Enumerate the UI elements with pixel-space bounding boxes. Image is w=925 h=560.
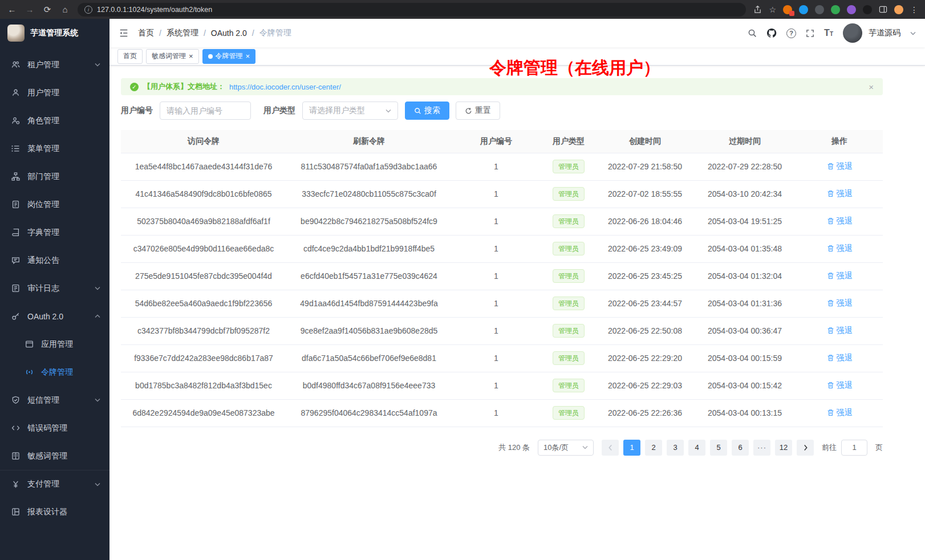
site-info-icon[interactable]: i [84,6,92,14]
page-button-4[interactable]: 4 [688,440,705,456]
breadcrumb-home[interactable]: 首页 [138,28,154,38]
user-type-badge: 管理员 [553,351,585,365]
sidebar-item-error-code[interactable]: 错误码管理 [0,414,109,442]
force-logout-link[interactable]: 强退 [827,271,853,281]
extension-icon[interactable] [783,5,792,14]
reset-button[interactable]: 重置 [456,102,500,120]
goto-page-input[interactable] [841,440,867,456]
side-panel-icon[interactable] [879,5,887,14]
sidebar-item-oauth2-app[interactable]: 应用管理 [0,330,109,358]
breadcrumb-system[interactable]: 系统管理 [167,28,198,38]
help-icon[interactable]: ? [786,29,796,38]
user-name[interactable]: 芋道源码 [869,28,900,38]
tab-close-icon[interactable]: × [189,52,193,60]
sidebar-item-dept[interactable]: 部门管理 [0,163,109,190]
reset-button-label: 重置 [475,105,491,116]
access-token-cell: 6d842e2924594de9a09e45e087323abe [121,399,286,427]
browser-refresh-button[interactable]: ⟳ [42,5,52,15]
access-token-cell: 275e5de9151045fe87cbdc395e004f4d [121,262,286,290]
tab-sensitive-word[interactable]: 敏感词管理× [146,49,199,64]
user-id-input[interactable] [160,102,251,120]
force-logout-link[interactable]: 强退 [827,326,853,336]
browser-chrome: ← → ⟳ ⌂ i 127.0.0.1:1024/system/oauth2/t… [0,0,925,19]
sidebar-item-user[interactable]: 用户管理 [0,79,109,107]
table-row: b0d1785bc3a8482f812db4a3f3bd15ecb0df4980… [121,372,883,399]
breadcrumb-oauth2[interactable]: OAuth 2.0 [211,29,247,38]
sidebar-item-menu[interactable]: 菜单管理 [0,135,109,163]
page-ellipsis[interactable]: ··· [753,440,770,456]
page-size-select[interactable]: 10条/页 [538,440,594,456]
force-logout-link[interactable]: 强退 [827,298,853,309]
alert-close-icon[interactable]: × [869,82,874,92]
extension-icon[interactable] [831,5,840,14]
app-logo[interactable]: 芋道管理系统 [0,19,109,47]
force-logout-link[interactable]: 强退 [827,380,853,391]
sidebar-item-oauth2-token[interactable]: 令牌管理 [0,358,109,386]
created-at-cell: 2022-06-25 22:50:08 [597,317,693,344]
chevron-down-icon [95,63,100,67]
browser-home-button[interactable]: ⌂ [60,5,70,14]
user-type-select[interactable]: 请选择用户类型 [302,102,398,120]
sidebar-item-audit-log[interactable]: 审计日志 [0,274,109,302]
sidebar-item-tenant[interactable]: 租户管理 [0,51,109,79]
sidebar-item-label: 岗位管理 [27,200,100,210]
access-token-cell: c342377bf8b344799dcbf7bf095287f2 [121,317,286,344]
search-button[interactable]: 搜索 [405,102,449,120]
force-logout-link[interactable]: 强退 [827,189,853,199]
page-button-3[interactable]: 3 [667,440,684,456]
sidebar-item-sms[interactable]: 短信管理 [0,386,109,414]
column-header: 过期时间 [693,130,796,153]
report-icon [11,508,20,516]
sidebar-fold-icon[interactable] [119,28,129,38]
force-logout-link[interactable]: 强退 [827,244,853,254]
chevron-down-icon[interactable] [910,31,916,35]
search-icon[interactable] [748,29,757,38]
tab-close-icon[interactable]: × [246,52,250,60]
browser-back-button[interactable]: ← [7,5,17,14]
browser-menu-icon[interactable]: ⋮ [910,5,918,14]
browser-forward-button[interactable]: → [25,5,35,14]
sidebar-item-report[interactable]: 报表设计器 [0,498,109,526]
user-id-cell: 1 [452,290,541,317]
user-avatar[interactable] [843,23,862,43]
extension-icon[interactable] [799,5,808,14]
sidebar-item-sensitive-word[interactable]: 敏感词管理 [0,442,109,470]
alert-doc-link[interactable]: https://doc.iocoder.cn/user-center/ [229,83,341,91]
next-page-button[interactable] [797,440,814,456]
extension-icon[interactable] [847,5,856,14]
fullscreen-icon[interactable] [806,29,814,38]
sidebar-item-label: 报表设计器 [27,507,100,517]
font-size-icon[interactable]: TT [824,28,833,38]
tab-home[interactable]: 首页 [117,49,143,64]
sidebar-item-notice[interactable]: 通知公告 [0,246,109,274]
page-button-1[interactable]: 1 [623,440,640,456]
sidebar-item-dict[interactable]: 字典管理 [0,218,109,246]
sidebar-item-role[interactable]: 角色管理 [0,107,109,135]
force-logout-link[interactable]: 强退 [827,216,853,226]
force-logout-link[interactable]: 强退 [827,161,853,172]
user-type-badge: 管理员 [553,324,585,338]
token-table: 访问令牌刷新令牌用户编号用户类型创建时间过期时间操作 1ea5e44f8bc14… [121,130,883,427]
share-icon[interactable] [753,5,762,14]
extension-icon[interactable] [815,5,824,14]
page-button-12[interactable]: 12 [775,440,792,456]
page-button-2[interactable]: 2 [645,440,662,456]
force-logout-link[interactable]: 强退 [827,408,853,418]
address-bar[interactable]: i 127.0.0.1:1024/system/oauth2/token [78,3,746,17]
sidebar-item-oauth2[interactable]: OAuth 2.0 [0,302,109,330]
bookmark-star-icon[interactable]: ☆ [769,5,776,14]
prev-page-button[interactable] [602,440,619,456]
github-icon[interactable] [766,28,777,38]
sidebar-item-pay[interactable]: 支付管理 [0,470,109,498]
sidebar-item-label: 通知公告 [27,255,100,266]
force-logout-link[interactable]: 强退 [827,353,853,363]
page-button-5[interactable]: 5 [710,440,727,456]
refresh-token-cell: dfa6c71a50a54c66bef706ef9e6e8d81 [286,344,452,372]
post-icon [11,200,20,209]
tab-oauth2-token[interactable]: 令牌管理× [202,49,256,64]
sidebar-item-post[interactable]: 岗位管理 [0,190,109,218]
extension-icon[interactable] [863,5,872,14]
browser-profile-avatar[interactable] [894,5,903,14]
page-button-6[interactable]: 6 [732,440,749,456]
delete-icon [827,382,834,389]
